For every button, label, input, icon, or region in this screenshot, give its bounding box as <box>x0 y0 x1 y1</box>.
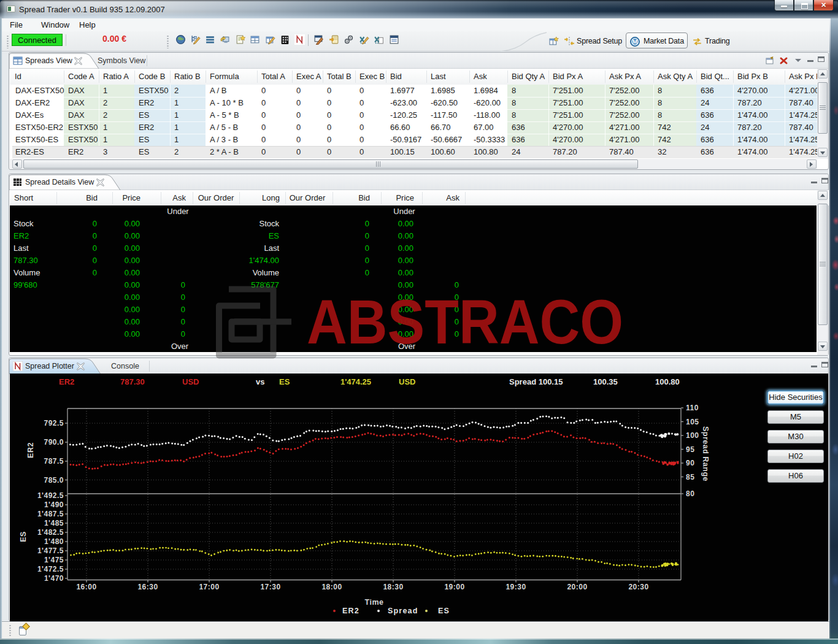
svg-text:1'480: 1'480 <box>44 537 64 546</box>
svg-text:85: 85 <box>686 473 694 481</box>
svg-text:1'472.5: 1'472.5 <box>37 565 64 573</box>
svg-text:18:00: 18:00 <box>321 583 342 591</box>
svg-text:90: 90 <box>686 459 694 467</box>
svg-text:20:00: 20:00 <box>567 583 587 591</box>
svg-text:110: 110 <box>686 404 699 412</box>
svg-text:1'482.5: 1'482.5 <box>37 528 64 537</box>
svg-text:787.5: 787.5 <box>44 457 64 466</box>
svg-text:787.30: 787.30 <box>120 377 145 386</box>
svg-text:1'470: 1'470 <box>44 574 64 583</box>
svg-text:17:00: 17:00 <box>199 583 219 591</box>
svg-text:792.5: 792.5 <box>44 419 64 427</box>
svg-text:1'487.5: 1'487.5 <box>37 510 64 518</box>
svg-text:785.0: 785.0 <box>44 476 64 485</box>
svg-text:19:30: 19:30 <box>505 583 526 591</box>
svg-text:1'485: 1'485 <box>44 519 64 527</box>
svg-text:Spread: Spread <box>388 607 418 615</box>
svg-text:ER2: ER2 <box>59 377 74 386</box>
svg-text:20:30: 20:30 <box>628 583 648 591</box>
svg-text:Time: Time <box>365 598 384 607</box>
svg-text:ES: ES <box>438 607 450 615</box>
svg-text:19:00: 19:00 <box>444 583 464 591</box>
svg-text:USD: USD <box>182 377 199 386</box>
svg-text:95: 95 <box>686 445 694 454</box>
svg-text:ES: ES <box>279 377 290 386</box>
svg-text:ES: ES <box>19 531 28 542</box>
svg-text:100: 100 <box>686 431 699 440</box>
svg-text:Spread Range: Spread Range <box>701 426 710 481</box>
svg-text:vs: vs <box>256 377 264 386</box>
svg-text:1'475: 1'475 <box>44 556 64 564</box>
svg-text:1'492.5: 1'492.5 <box>37 491 64 500</box>
svg-text:100.80: 100.80 <box>655 377 680 386</box>
svg-text:16:30: 16:30 <box>137 583 158 591</box>
svg-text:105: 105 <box>686 418 699 426</box>
svg-text:1'474.25: 1'474.25 <box>340 377 371 386</box>
svg-text:790.0: 790.0 <box>44 438 64 447</box>
svg-text:ER2: ER2 <box>342 607 359 615</box>
svg-text:100.35: 100.35 <box>593 377 618 386</box>
svg-text:17:30: 17:30 <box>260 583 280 591</box>
svg-text:USD: USD <box>399 377 415 386</box>
svg-text:Spread 100.15: Spread 100.15 <box>509 377 563 386</box>
svg-text:1'477.5: 1'477.5 <box>37 546 64 555</box>
svg-text:M: M <box>632 38 637 45</box>
svg-text:18:30: 18:30 <box>383 583 403 591</box>
svg-text:ER2: ER2 <box>26 442 35 458</box>
svg-text:16:00: 16:00 <box>76 583 96 591</box>
svg-text:80: 80 <box>686 489 694 498</box>
svg-text:1'490: 1'490 <box>44 500 64 509</box>
